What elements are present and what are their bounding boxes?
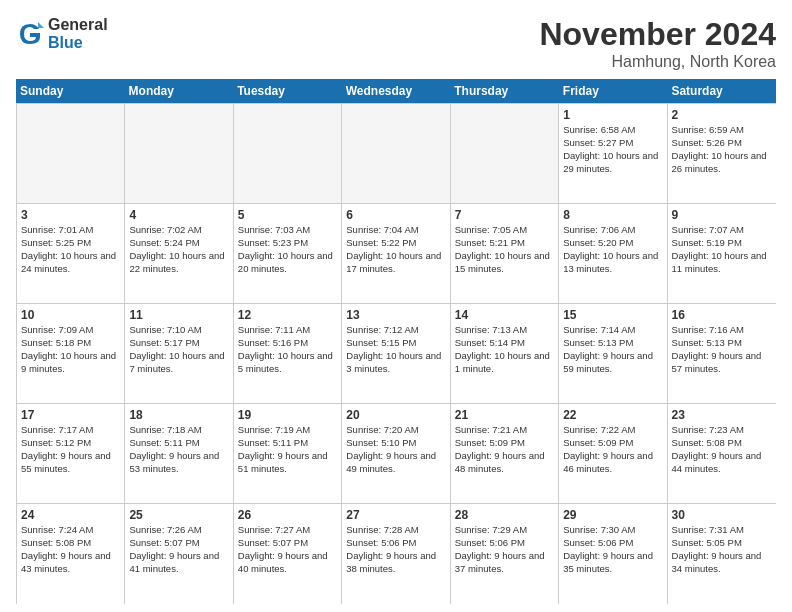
sunrise-6: Sunrise: 7:04 AM [346, 224, 445, 237]
sunrise-30: Sunrise: 7:31 AM [672, 524, 772, 537]
title-block: November 2024 Hamhung, North Korea [539, 16, 776, 71]
daylight-27: Daylight: 9 hours and 38 minutes. [346, 550, 445, 576]
daylight-26: Daylight: 9 hours and 40 minutes. [238, 550, 337, 576]
day-number-12: 12 [238, 307, 337, 323]
sunset-15: Sunset: 5:13 PM [563, 337, 662, 350]
day-cell-4-0: 24Sunrise: 7:24 AMSunset: 5:08 PMDayligh… [17, 504, 125, 604]
sunset-22: Sunset: 5:09 PM [563, 437, 662, 450]
day-cell-0-5: 1Sunrise: 6:58 AMSunset: 5:27 PMDaylight… [559, 104, 667, 204]
day-cell-1-4: 7Sunrise: 7:05 AMSunset: 5:21 PMDaylight… [451, 204, 559, 304]
week-row-3: 17Sunrise: 7:17 AMSunset: 5:12 PMDayligh… [17, 404, 776, 504]
sunrise-9: Sunrise: 7:07 AM [672, 224, 772, 237]
header-wednesday: Wednesday [342, 79, 451, 103]
sunrise-25: Sunrise: 7:26 AM [129, 524, 228, 537]
sunset-20: Sunset: 5:10 PM [346, 437, 445, 450]
sunrise-28: Sunrise: 7:29 AM [455, 524, 554, 537]
day-cell-0-4 [451, 104, 559, 204]
day-number-14: 14 [455, 307, 554, 323]
sunset-17: Sunset: 5:12 PM [21, 437, 120, 450]
day-number-9: 9 [672, 207, 772, 223]
day-number-3: 3 [21, 207, 120, 223]
sunset-7: Sunset: 5:21 PM [455, 237, 554, 250]
sunrise-11: Sunrise: 7:10 AM [129, 324, 228, 337]
header-thursday: Thursday [450, 79, 559, 103]
calendar-body: 1Sunrise: 6:58 AMSunset: 5:27 PMDaylight… [16, 103, 776, 604]
sunset-18: Sunset: 5:11 PM [129, 437, 228, 450]
sunrise-14: Sunrise: 7:13 AM [455, 324, 554, 337]
sunrise-24: Sunrise: 7:24 AM [21, 524, 120, 537]
daylight-8: Daylight: 10 hours and 13 minutes. [563, 250, 662, 276]
day-cell-2-1: 11Sunrise: 7:10 AMSunset: 5:17 PMDayligh… [125, 304, 233, 404]
day-cell-4-5: 29Sunrise: 7:30 AMSunset: 5:06 PMDayligh… [559, 504, 667, 604]
svg-marker-0 [38, 22, 44, 28]
day-number-30: 30 [672, 507, 772, 523]
day-cell-4-6: 30Sunrise: 7:31 AMSunset: 5:05 PMDayligh… [668, 504, 776, 604]
sunset-24: Sunset: 5:08 PM [21, 537, 120, 550]
day-cell-0-0 [17, 104, 125, 204]
sunset-4: Sunset: 5:24 PM [129, 237, 228, 250]
sunrise-26: Sunrise: 7:27 AM [238, 524, 337, 537]
daylight-17: Daylight: 9 hours and 55 minutes. [21, 450, 120, 476]
day-cell-1-1: 4Sunrise: 7:02 AMSunset: 5:24 PMDaylight… [125, 204, 233, 304]
daylight-7: Daylight: 10 hours and 15 minutes. [455, 250, 554, 276]
day-number-17: 17 [21, 407, 120, 423]
sunrise-2: Sunrise: 6:59 AM [672, 124, 772, 137]
sunrise-8: Sunrise: 7:06 AM [563, 224, 662, 237]
day-number-27: 27 [346, 507, 445, 523]
sunset-29: Sunset: 5:06 PM [563, 537, 662, 550]
day-cell-0-1 [125, 104, 233, 204]
daylight-20: Daylight: 9 hours and 49 minutes. [346, 450, 445, 476]
sunrise-4: Sunrise: 7:02 AM [129, 224, 228, 237]
day-number-16: 16 [672, 307, 772, 323]
logo-blue-text: Blue [48, 34, 108, 52]
month-title: November 2024 [539, 16, 776, 53]
week-row-2: 10Sunrise: 7:09 AMSunset: 5:18 PMDayligh… [17, 304, 776, 404]
day-number-4: 4 [129, 207, 228, 223]
daylight-2: Daylight: 10 hours and 26 minutes. [672, 150, 772, 176]
day-number-15: 15 [563, 307, 662, 323]
daylight-12: Daylight: 10 hours and 5 minutes. [238, 350, 337, 376]
sunset-23: Sunset: 5:08 PM [672, 437, 772, 450]
daylight-25: Daylight: 9 hours and 41 minutes. [129, 550, 228, 576]
daylight-23: Daylight: 9 hours and 44 minutes. [672, 450, 772, 476]
sunset-3: Sunset: 5:25 PM [21, 237, 120, 250]
header-sunday: Sunday [16, 79, 125, 103]
day-cell-0-2 [234, 104, 342, 204]
daylight-30: Daylight: 9 hours and 34 minutes. [672, 550, 772, 576]
sunset-26: Sunset: 5:07 PM [238, 537, 337, 550]
daylight-15: Daylight: 9 hours and 59 minutes. [563, 350, 662, 376]
day-cell-3-2: 19Sunrise: 7:19 AMSunset: 5:11 PMDayligh… [234, 404, 342, 504]
sunrise-15: Sunrise: 7:14 AM [563, 324, 662, 337]
sunrise-12: Sunrise: 7:11 AM [238, 324, 337, 337]
page: General Blue November 2024 Hamhung, Nort… [0, 0, 792, 612]
day-number-7: 7 [455, 207, 554, 223]
sunset-2: Sunset: 5:26 PM [672, 137, 772, 150]
daylight-1: Daylight: 10 hours and 29 minutes. [563, 150, 662, 176]
sunrise-3: Sunrise: 7:01 AM [21, 224, 120, 237]
sunset-8: Sunset: 5:20 PM [563, 237, 662, 250]
day-cell-2-3: 13Sunrise: 7:12 AMSunset: 5:15 PMDayligh… [342, 304, 450, 404]
sunset-6: Sunset: 5:22 PM [346, 237, 445, 250]
sunset-11: Sunset: 5:17 PM [129, 337, 228, 350]
sunset-13: Sunset: 5:15 PM [346, 337, 445, 350]
header-friday: Friday [559, 79, 668, 103]
day-number-24: 24 [21, 507, 120, 523]
day-number-26: 26 [238, 507, 337, 523]
sunset-27: Sunset: 5:06 PM [346, 537, 445, 550]
day-number-8: 8 [563, 207, 662, 223]
daylight-11: Daylight: 10 hours and 7 minutes. [129, 350, 228, 376]
header-tuesday: Tuesday [233, 79, 342, 103]
day-number-18: 18 [129, 407, 228, 423]
daylight-3: Daylight: 10 hours and 24 minutes. [21, 250, 120, 276]
logo-general-text: General [48, 16, 108, 34]
sunrise-16: Sunrise: 7:16 AM [672, 324, 772, 337]
sunrise-23: Sunrise: 7:23 AM [672, 424, 772, 437]
sunrise-10: Sunrise: 7:09 AM [21, 324, 120, 337]
day-number-5: 5 [238, 207, 337, 223]
day-number-28: 28 [455, 507, 554, 523]
daylight-5: Daylight: 10 hours and 20 minutes. [238, 250, 337, 276]
sunrise-20: Sunrise: 7:20 AM [346, 424, 445, 437]
sunset-25: Sunset: 5:07 PM [129, 537, 228, 550]
daylight-18: Daylight: 9 hours and 53 minutes. [129, 450, 228, 476]
daylight-29: Daylight: 9 hours and 35 minutes. [563, 550, 662, 576]
